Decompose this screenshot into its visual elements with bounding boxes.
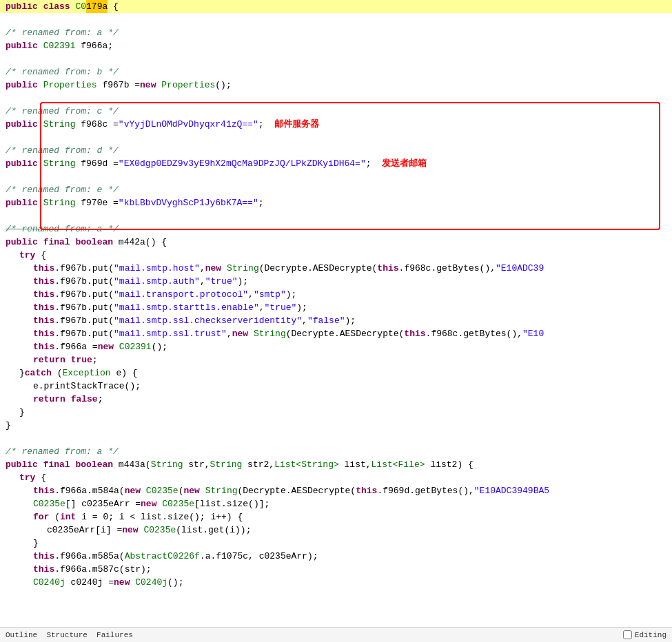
code-line-comment-b: /* renamed from: b */: [0, 65, 672, 79]
code-line-36: public final boolean m443a( String str, …: [0, 458, 672, 471]
editing-label: Editing: [635, 631, 666, 639]
bottom-bar: Outline Structure Failures Editing: [0, 627, 672, 642]
code-line-catch: } catch ( Exception e) {: [0, 366, 672, 380]
code-line-blank-3: [0, 92, 672, 105]
code-line-13: public String f969d = "EX0dgp0EDZ9v3yE9h…: [0, 157, 672, 170]
code-line-16: public String f970e = "kbLBbvDVyghScP1Jy…: [0, 196, 672, 209]
bottom-separator: [37, 631, 46, 639]
code-line-19: public final boolean m442a() {: [0, 236, 672, 249]
code-line-comment-c: /* renamed from: c */: [0, 105, 672, 118]
code-line-10: public String f968c = "vYyjDLnOMdPvDhyqx…: [0, 118, 672, 131]
code-line-45: C0240j c0240j = new C0240j ();: [0, 576, 672, 589]
bottom-text-outline[interactable]: Outline: [6, 631, 37, 639]
class-name: C0: [75, 0, 86, 13]
code-line-blank-6: [0, 209, 672, 222]
code-line-try: try {: [0, 249, 672, 262]
code-line-24: this .f967b.put( "mail.smtp.starttls.ena…: [0, 301, 672, 314]
code-line-comment-a: /* renamed from: a */: [0, 26, 672, 39]
chinese-label-sender: 发送者邮箱: [382, 157, 427, 170]
code-line-22: this .f967b.put( "mail.smtp.auth" , "tru…: [0, 275, 672, 288]
code-line-comment-e: /* renamed from: e */: [0, 183, 672, 196]
code-line-comment-a3: /* renamed from: a */: [0, 445, 672, 458]
code-line-1: public class C0 179a {: [0, 0, 672, 13]
code-line-26: this .f967b.put( "mail.smtp.ssl.trust" ,…: [0, 327, 672, 340]
code-line-38: this .f966a.m584a( new C0235e ( new Stri…: [0, 484, 672, 497]
code-line-33: }: [0, 419, 672, 432]
code-line-41: c0235eArr[i] = new C0235e (list.get(i));: [0, 524, 672, 537]
code-line-blank-5: [0, 170, 672, 183]
code-line-comment-a2: /* renamed from: a */: [0, 222, 672, 236]
code-line-try2: try {: [0, 471, 672, 484]
code-line-40: for ( int i = 0; i < list.size(); i++) {: [0, 510, 672, 524]
code-line-42: }: [0, 537, 672, 550]
keyword-public: public: [6, 0, 38, 13]
code-line-21: this .f967b.put( "mail.smtp.host" , new …: [0, 262, 672, 275]
code-line-27: this .f966a = new C0239i ();: [0, 340, 672, 353]
code-line-blank-4: [0, 131, 672, 144]
code-line-44: this .f966a.m587c(str);: [0, 563, 672, 576]
code-line-blank-2: [0, 52, 672, 65]
editing-checkbox[interactable]: [623, 630, 632, 639]
code-line-31: return false ;: [0, 393, 672, 406]
code-line-7: public Properties f967b = new Properties…: [0, 79, 672, 92]
code-line-comment-d: /* renamed from: d */: [0, 144, 672, 157]
code-line-30: e.printStackTrace();: [0, 380, 672, 393]
editing-checkbox-area[interactable]: Editing: [623, 630, 666, 639]
bottom-text-structure[interactable]: Structure: [46, 631, 87, 639]
highlighted-text: 179a: [86, 0, 108, 13]
code-line-39: C0235e [] c0235eArr = new C0235e [list.s…: [0, 497, 672, 510]
code-line-32: }: [0, 406, 672, 419]
code-line-blank-7: [0, 432, 672, 445]
bottom-separator2: [88, 631, 96, 639]
code-line-43: this .f966a.m585a( AbstractC0226f .a.f10…: [0, 550, 672, 563]
chinese-label-smtp: 邮件服务器: [274, 118, 319, 131]
code-editor: public class C0 179a { /* renamed from: …: [0, 0, 672, 627]
code-line-23: this .f967b.put( "mail.transport.protoco…: [0, 288, 672, 301]
code-line-28: return true ;: [0, 353, 672, 366]
code-line-25: this .f967b.put( "mail.smtp.ssl.checkser…: [0, 314, 672, 327]
keyword-class: class: [43, 0, 70, 13]
code-line-4: public C0239i f966a;: [0, 39, 672, 52]
code-line-blank-1: [0, 13, 672, 26]
bottom-text-failures[interactable]: Failures: [96, 631, 133, 639]
